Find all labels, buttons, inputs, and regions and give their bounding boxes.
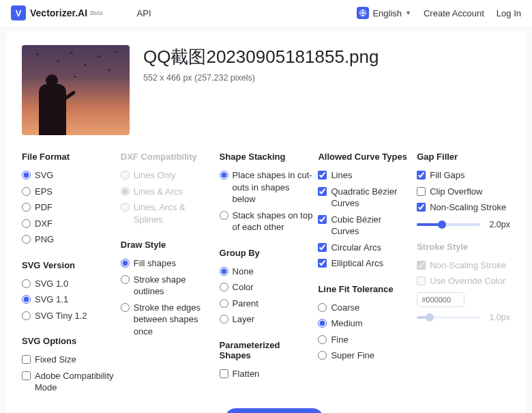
login-link[interactable]: Log In [497, 8, 521, 18]
radio-stack[interactable] [220, 211, 228, 220]
file-format-title: File Format [22, 152, 115, 162]
opt-eps[interactable]: EPS [22, 184, 115, 200]
opt-nss-stroke: Non-Scaling Stroke [417, 257, 510, 274]
opt-fine[interactable]: Fine [318, 332, 411, 348]
col-1: File Format SVG EPS PDF DXF PNG SVG Vers… [22, 152, 115, 396]
param-shapes-title: Parameterized Shapes [220, 340, 313, 360]
opt-svgtiny[interactable]: SVG Tiny 1.2 [22, 308, 115, 324]
svg-version-title: SVG Version [22, 260, 115, 270]
opt-stroke-outlines[interactable]: Stroke shape outlines [121, 272, 214, 300]
opt-circular-arcs[interactable]: Circular Arcs [318, 240, 411, 256]
opt-fill-shapes[interactable]: Fill shapes [121, 255, 214, 272]
opt-elliptical-arcs[interactable]: Elliptical Arcs [318, 255, 411, 272]
radio-cutouts[interactable] [220, 171, 228, 180]
opt-group-layer[interactable]: Layer [220, 311, 313, 328]
check-fixed-size[interactable] [22, 355, 31, 364]
radio-svgtiny[interactable] [22, 311, 31, 320]
opt-coarse[interactable]: Coarse [318, 300, 411, 316]
gap-slider[interactable] [417, 223, 480, 226]
radio-png[interactable] [22, 235, 31, 244]
svg-options-title: SVG Options [22, 336, 115, 346]
opt-super-fine[interactable]: Super Fine [318, 347, 411, 364]
opt-dxf[interactable]: DXF [22, 216, 115, 232]
radio-fill-shapes[interactable] [121, 259, 130, 268]
check-elliptical-arcs[interactable] [318, 259, 327, 268]
check-adobe-compat[interactable] [22, 371, 31, 380]
opt-group-none[interactable]: None [220, 264, 313, 280]
file-name: QQ截图20230905181855.png [143, 45, 379, 69]
opt-quad-bezier[interactable]: Quadratic Bézier Curves [318, 184, 411, 212]
opt-clip-overflow[interactable]: Clip Overflow [417, 184, 510, 200]
image-thumbnail[interactable] [22, 45, 130, 135]
radio-group-color[interactable] [220, 283, 228, 291]
radio-medium[interactable] [318, 319, 327, 328]
check-clip-overflow[interactable] [417, 187, 426, 196]
opt-lines-only: Lines Only [121, 167, 214, 184]
radio-dxf[interactable] [22, 219, 31, 228]
language-selector[interactable]: English ▼ [357, 7, 411, 19]
radio-pdf[interactable] [22, 203, 31, 212]
logo-icon: V [11, 5, 26, 20]
radio-svg[interactable] [22, 171, 31, 180]
opt-cutouts[interactable]: Place shapes in cut-outs in shapes below [220, 167, 313, 208]
opt-cubic-bezier[interactable]: Cubic Bézier Curves [318, 212, 411, 240]
opt-group-parent[interactable]: Parent [220, 296, 313, 312]
dxf-compat-title: DXF Compatibility [121, 152, 214, 162]
radio-group-parent[interactable] [220, 299, 228, 308]
opt-override-color: Use Override Color [417, 273, 510, 289]
opt-stroke-edges[interactable]: Stroke the edges between shapes once [121, 300, 214, 340]
radio-lines-only [121, 171, 130, 180]
radio-lines-arcs [121, 187, 130, 196]
opt-fill-gaps[interactable]: Fill Gaps [417, 167, 510, 184]
col-2: DXF Compatibility Lines Only Lines & Arc… [121, 152, 214, 396]
opt-nss-gap[interactable]: Non-Scaling Stroke [417, 199, 510, 216]
opt-stack[interactable]: Stack shapes on top of each other [220, 208, 313, 236]
radio-fine[interactable] [318, 335, 327, 344]
opt-svg10[interactable]: SVG 1.0 [22, 276, 115, 292]
check-nss-gap[interactable] [417, 203, 426, 212]
col-3: Shape Stacking Place shapes in cut-outs … [220, 152, 313, 396]
globe-icon [357, 7, 369, 19]
opt-pdf[interactable]: PDF [22, 199, 115, 216]
opt-flatten[interactable]: Flatten [220, 366, 313, 382]
opt-svg[interactable]: SVG [22, 167, 115, 184]
footer: 乐小虎 DOWNLOAD Reset [22, 408, 510, 413]
check-quad-bezier[interactable] [318, 187, 327, 196]
override-color-input [417, 292, 464, 307]
opt-medium[interactable]: Medium [318, 315, 411, 332]
radio-coarse[interactable] [318, 303, 327, 312]
check-lines[interactable] [318, 171, 327, 180]
opt-png[interactable]: PNG [22, 231, 115, 248]
opt-lines[interactable]: Lines [318, 167, 411, 184]
opt-group-color[interactable]: Color [220, 279, 313, 296]
language-label: English [372, 8, 402, 18]
shape-stacking-title: Shape Stacking [220, 152, 313, 162]
opt-fixed-size[interactable]: Fixed Size [22, 352, 115, 368]
caret-down-icon: ▼ [405, 10, 411, 16]
opt-lines-arcs-splines: Lines, Arcs & Splines [121, 199, 214, 227]
radio-group-layer[interactable] [220, 315, 228, 324]
opt-svg11[interactable]: SVG 1.1 [22, 291, 115, 308]
check-flatten[interactable] [220, 369, 228, 378]
group-by-title: Group By [220, 248, 313, 258]
line-fit-title: Line Fit Tolerance [318, 284, 411, 294]
check-cubic-bezier[interactable] [318, 215, 327, 224]
opt-adobe-compat[interactable]: Adobe Compatibility Mode [22, 368, 115, 396]
stroke-style-title: Stroke Style [417, 242, 510, 252]
check-circular-arcs[interactable] [318, 243, 327, 252]
radio-super-fine[interactable] [318, 351, 327, 360]
gap-slider-row: 2.0px [417, 220, 510, 229]
check-fill-gaps[interactable] [417, 171, 426, 180]
nav-api[interactable]: API [137, 8, 151, 18]
radio-stroke-outlines[interactable] [121, 275, 130, 284]
stroke-slider [417, 316, 480, 319]
radio-stroke-edges[interactable] [121, 303, 130, 312]
gap-filler-title: Gap Filler [417, 152, 510, 162]
download-button[interactable]: DOWNLOAD [224, 408, 324, 413]
create-account-link[interactable]: Create Account [424, 8, 484, 18]
radio-svg10[interactable] [22, 279, 31, 288]
radio-svg11[interactable] [22, 295, 31, 304]
radio-eps[interactable] [22, 187, 31, 196]
col-4: Allowed Curve Types Lines Quadratic Bézi… [318, 152, 411, 396]
radio-group-none[interactable] [220, 267, 228, 276]
